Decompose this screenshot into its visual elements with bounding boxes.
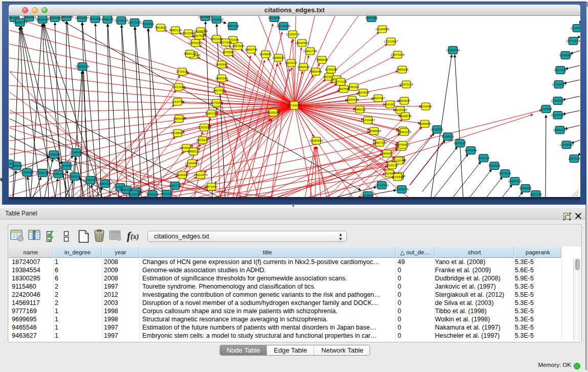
svg-text:1010755: 1010755: [171, 100, 184, 103]
svg-text:11325419: 11325419: [286, 32, 300, 36]
svg-text:9427552: 9427552: [213, 89, 226, 92]
svg-text:7485013: 7485013: [396, 68, 409, 71]
svg-text:20364436: 20364436: [345, 98, 359, 101]
svg-text:1167534: 1167534: [568, 157, 580, 160]
svg-text:18640910: 18640910: [295, 41, 309, 45]
svg-text:8764532: 8764532: [161, 192, 173, 195]
svg-text:9327508: 9327508: [220, 40, 232, 44]
svg-text:7357224: 7357224: [227, 24, 239, 28]
svg-text:8938923: 8938923: [442, 135, 454, 138]
svg-text:19166825: 19166825: [170, 131, 185, 135]
svg-text:1571644: 1571644: [205, 185, 218, 188]
svg-text:6794028: 6794028: [325, 68, 338, 71]
svg-text:11099489: 11099489: [185, 161, 199, 165]
svg-text:9245012: 9245012: [146, 192, 159, 196]
svg-text:10543362: 10543362: [188, 41, 203, 45]
svg-text:12213967: 12213967: [384, 39, 398, 43]
svg-text:10973493: 10973493: [390, 53, 405, 56]
svg-text:16671355: 16671355: [127, 20, 142, 24]
svg-text:18724007: 18724007: [287, 103, 301, 107]
svg-text:9329966: 9329966: [559, 53, 572, 57]
svg-text:11353594: 11353594: [197, 125, 211, 129]
svg-text:11124556: 11124556: [571, 26, 580, 30]
svg-text:10975887: 10975887: [59, 164, 74, 167]
svg-text:2935114: 2935114: [477, 156, 490, 160]
svg-text:12444157: 12444157: [551, 99, 565, 102]
svg-text:10719185: 10719185: [114, 18, 128, 22]
svg-text:3215958: 3215958: [540, 107, 553, 111]
svg-text:10688609: 10688609: [367, 129, 381, 133]
svg-text:7632621: 7632621: [488, 164, 501, 167]
svg-text:10025433: 10025433: [393, 108, 407, 112]
svg-text:8990448: 8990448: [310, 70, 322, 73]
svg-text:7955812: 7955812: [316, 58, 329, 61]
svg-text:16961758: 16961758: [303, 49, 317, 53]
svg-text:16033810: 16033810: [209, 17, 224, 21]
svg-text:20206536: 20206536: [47, 152, 61, 156]
svg-text:10653287: 10653287: [75, 16, 89, 19]
svg-text:17957223: 17957223: [83, 178, 98, 182]
svg-text:16210643: 16210643: [551, 113, 565, 117]
svg-text:12213369: 12213369: [171, 85, 186, 89]
svg-text:2803144: 2803144: [215, 76, 228, 80]
svg-text:10653286: 10653286: [59, 16, 74, 18]
svg-text:6466160: 6466160: [101, 17, 114, 21]
svg-text:15692971: 15692971: [553, 128, 567, 132]
svg-text:12942737: 12942737: [35, 171, 50, 174]
svg-text:9242848: 9242848: [215, 62, 228, 66]
svg-text:7625402: 7625402: [176, 173, 189, 177]
svg-text:9699695: 9699695: [419, 122, 431, 125]
svg-text:17359926: 17359926: [69, 150, 83, 154]
svg-text:2718126: 2718126: [176, 70, 189, 73]
svg-text:15720407: 15720407: [361, 118, 375, 122]
svg-text:(x): (x): [130, 233, 139, 241]
svg-text:8878334: 8878334: [197, 138, 209, 142]
svg-text:18807249: 18807249: [373, 141, 387, 144]
svg-text:19218506: 19218506: [276, 24, 291, 28]
svg-text:16648784: 16648784: [446, 48, 460, 52]
svg-text:1615132: 1615132: [386, 163, 399, 167]
svg-text:8471676: 8471676: [499, 171, 512, 175]
svg-text:2687682: 2687682: [365, 16, 378, 19]
svg-text:9327509: 9327509: [193, 34, 206, 37]
svg-text:9549575: 9549575: [399, 114, 412, 118]
svg-text:2867608: 2867608: [232, 44, 245, 48]
svg-text:16914479: 16914479: [193, 173, 208, 177]
svg-text:62160: 62160: [385, 102, 395, 106]
svg-text:9146821: 9146821: [259, 52, 272, 56]
svg-text:1527602: 1527602: [89, 17, 102, 20]
svg-text:9245652: 9245652: [519, 186, 532, 190]
svg-text:6879197: 6879197: [454, 141, 467, 145]
svg-text:8660124: 8660124: [169, 28, 182, 32]
svg-text:17016504: 17016504: [559, 143, 574, 146]
svg-text:10654112: 10654112: [508, 179, 522, 183]
svg-text:5322037: 5322037: [285, 61, 298, 64]
svg-text:10807487: 10807487: [371, 96, 385, 100]
svg-text:9463627: 9463627: [398, 99, 411, 102]
svg-text:39159: 39159: [9, 162, 13, 165]
svg-text:1362615: 1362615: [297, 65, 310, 69]
svg-text:9227343: 9227343: [554, 68, 567, 72]
svg-text:2522534: 2522534: [391, 175, 404, 179]
svg-text:3624554: 3624554: [357, 91, 370, 94]
svg-text:1588520: 1588520: [272, 56, 285, 59]
svg-text:10756923: 10756923: [396, 143, 410, 146]
svg-text:746266: 746266: [349, 85, 359, 89]
svg-text:7515546: 7515546: [142, 22, 155, 26]
svg-text:20053346: 20053346: [75, 64, 90, 68]
svg-text:7986322: 7986322: [354, 107, 366, 111]
svg-text:11156829: 11156829: [20, 170, 34, 174]
svg-text:8234511: 8234511: [128, 192, 140, 196]
svg-text:9170064: 9170064: [210, 101, 223, 104]
svg-text:9857721: 9857721: [169, 184, 182, 187]
svg-text:3813054: 3813054: [268, 16, 281, 19]
svg-text:4985498: 4985498: [173, 117, 186, 120]
svg-text:1498222: 1498222: [187, 149, 200, 153]
svg-text:8267151: 8267151: [205, 112, 218, 115]
svg-text:9896123: 9896123: [184, 52, 197, 55]
svg-text:3875685: 3875685: [222, 50, 235, 54]
svg-text:1640951: 1640951: [431, 127, 444, 131]
svg-text:19384554: 19384554: [309, 139, 323, 142]
svg-text:9136811: 9136811: [362, 193, 374, 197]
svg-text:16154808: 16154808: [375, 27, 389, 31]
